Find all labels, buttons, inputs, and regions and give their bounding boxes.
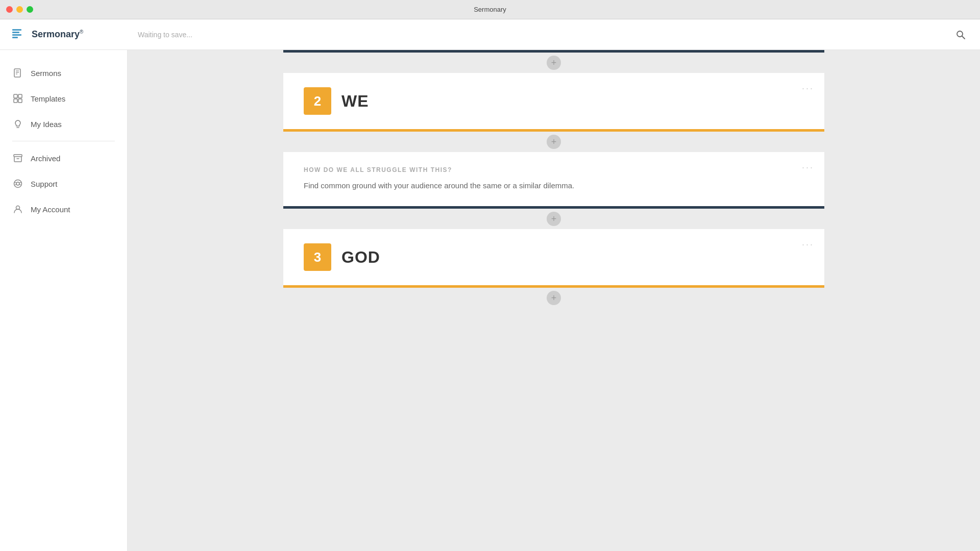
titlebar-buttons bbox=[6, 6, 33, 13]
search-icon[interactable] bbox=[951, 26, 970, 44]
sidebar-item-sermons[interactable]: Sermons bbox=[0, 60, 127, 86]
svg-line-22 bbox=[19, 185, 21, 185]
sidebar-label-my-ideas: My Ideas bbox=[31, 120, 62, 129]
subsection-struggle-menu[interactable]: ··· bbox=[802, 162, 814, 173]
svg-line-20 bbox=[19, 182, 21, 183]
section-god-title: GOD bbox=[341, 248, 380, 267]
section-god-menu[interactable]: ··· bbox=[802, 239, 814, 250]
sidebar-item-archived[interactable]: Archived bbox=[0, 145, 127, 171]
svg-rect-6 bbox=[14, 69, 20, 77]
subsection-struggle-desc: Find common ground with your audience ar… bbox=[304, 180, 804, 192]
sidebar-item-my-account[interactable]: My Account bbox=[0, 196, 127, 222]
sidebar: Sermons Templates bbox=[0, 50, 128, 551]
close-button[interactable] bbox=[6, 6, 13, 13]
section-we-badge: 2 bbox=[304, 87, 331, 115]
svg-rect-2 bbox=[12, 34, 21, 36]
logo-text: Sermonary® bbox=[32, 29, 83, 40]
svg-rect-13 bbox=[18, 99, 22, 103]
sidebar-label-sermons: Sermons bbox=[31, 69, 61, 78]
section-we-title: WE bbox=[341, 92, 369, 111]
sidebar-divider bbox=[12, 141, 115, 141]
header-status: Waiting to save... bbox=[138, 31, 951, 39]
section-god-badge: 3 bbox=[304, 243, 331, 271]
header: Sermonary® Waiting to save... bbox=[0, 19, 980, 50]
svg-line-5 bbox=[962, 36, 965, 39]
book-icon bbox=[12, 67, 23, 79]
section-we: 2 WE ··· bbox=[283, 73, 824, 129]
subsection-struggle-label: HOW DO WE ALL STRUGGLE WITH THIS? bbox=[304, 166, 804, 173]
section-we-menu[interactable]: ··· bbox=[802, 83, 814, 94]
svg-line-21 bbox=[15, 185, 17, 185]
svg-point-4 bbox=[957, 31, 963, 37]
titlebar: Sermonary bbox=[0, 0, 980, 19]
support-icon bbox=[12, 178, 23, 189]
svg-rect-1 bbox=[12, 32, 19, 33]
section-god-header: 3 GOD bbox=[304, 243, 804, 271]
sidebar-item-my-ideas[interactable]: My Ideas bbox=[0, 111, 127, 137]
svg-point-18 bbox=[16, 182, 19, 185]
add-button-4[interactable]: + bbox=[547, 291, 561, 305]
archive-icon bbox=[12, 153, 23, 164]
section-god: 3 GOD ··· bbox=[283, 229, 824, 285]
add-row-2: + bbox=[283, 132, 824, 152]
subsection-struggle: HOW DO WE ALL STRUGGLE WITH THIS? Find c… bbox=[283, 152, 824, 206]
logo-icon bbox=[10, 27, 27, 43]
sidebar-label-templates: Templates bbox=[31, 94, 65, 103]
sidebar-label-archived: Archived bbox=[31, 154, 60, 163]
svg-rect-10 bbox=[14, 94, 17, 98]
svg-rect-11 bbox=[18, 94, 22, 98]
minimize-button[interactable] bbox=[16, 6, 23, 13]
svg-point-17 bbox=[14, 180, 22, 188]
sidebar-item-templates[interactable]: Templates bbox=[0, 86, 127, 111]
svg-rect-3 bbox=[12, 37, 18, 38]
svg-rect-0 bbox=[12, 29, 21, 31]
add-row-4: + bbox=[283, 288, 824, 308]
maximize-button[interactable] bbox=[27, 6, 33, 13]
svg-rect-15 bbox=[14, 155, 22, 157]
sidebar-label-my-account: My Account bbox=[31, 205, 70, 214]
add-button-3[interactable]: + bbox=[547, 212, 561, 226]
section-we-header: 2 WE bbox=[304, 87, 804, 115]
add-row-3: + bbox=[283, 209, 824, 229]
sidebar-label-support: Support bbox=[31, 180, 58, 188]
template-icon bbox=[12, 93, 23, 104]
sidebar-item-support[interactable]: Support bbox=[0, 171, 127, 196]
window-title: Sermonary bbox=[474, 6, 506, 13]
svg-line-19 bbox=[15, 182, 17, 183]
add-row-1: + bbox=[283, 53, 824, 73]
svg-rect-12 bbox=[14, 99, 17, 103]
add-button-2[interactable]: + bbox=[547, 135, 561, 149]
lightbulb-icon bbox=[12, 118, 23, 130]
account-icon bbox=[12, 204, 23, 215]
content-area: + 2 WE ··· bbox=[128, 50, 980, 551]
add-button-1[interactable]: + bbox=[547, 56, 561, 70]
logo-area: Sermonary® bbox=[10, 27, 138, 43]
content-inner: + 2 WE ··· bbox=[283, 50, 824, 308]
